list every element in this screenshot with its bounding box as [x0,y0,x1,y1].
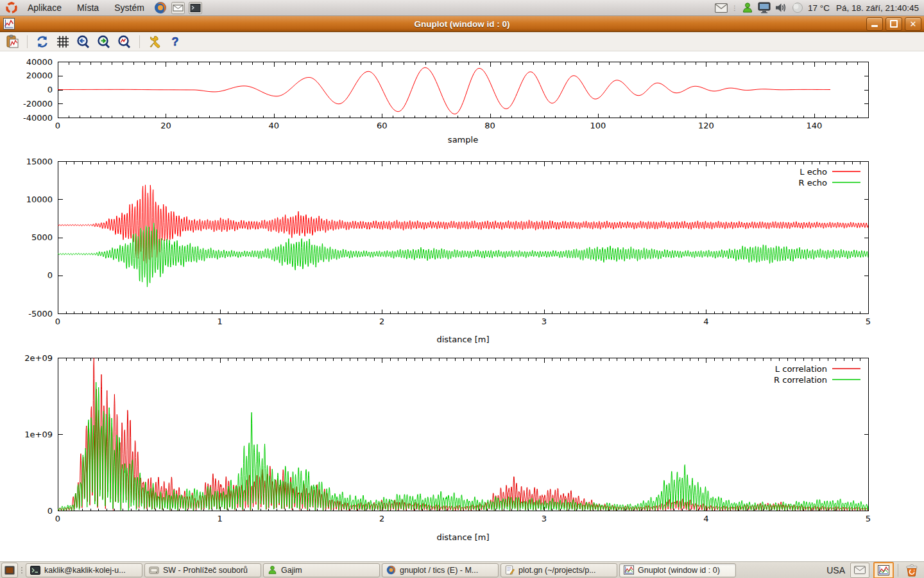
mail-launcher-icon[interactable] [171,1,185,15]
svg-text:40: 40 [269,121,280,130]
svg-text:0: 0 [55,121,60,130]
grid-icon[interactable] [55,33,71,50]
svg-text:0: 0 [47,270,53,280]
taskbar-button-label: plot.gn (~/projects/p... [518,566,596,575]
svg-text:40000: 40000 [26,57,53,67]
svg-text:140: 140 [806,121,822,130]
svg-text:120: 120 [698,121,714,130]
taskbar-button[interactable]: gnuplot / tics (E) - M... [382,563,499,577]
taskbar-button[interactable]: Gajim [263,563,380,577]
taskbar-button-label: SW - Prohlížeč souborů [163,566,248,575]
display-settings-icon[interactable] [758,1,771,14]
firefox-launcher-icon[interactable] [154,1,167,15]
svg-text:L echo: L echo [800,167,827,177]
zoom-next-icon[interactable] [96,33,112,50]
chart-correlation: 0123452e+091e+090distance [m]L correlati… [0,350,924,561]
menu-system[interactable]: Systém [108,1,151,15]
gnuplot-window-icon [3,18,15,30]
chart-echo-signals: 012345150001000050000-5000distance [m]L … [0,157,924,350]
copy-plot-icon[interactable] [4,33,21,50]
mail-notify-icon[interactable] [715,1,728,14]
settings-icon[interactable] [146,33,163,50]
menu-applications[interactable]: Aplikace [21,1,68,15]
show-desktop-button[interactable] [1,563,18,578]
svg-text:distance [m]: distance [m] [436,335,489,344]
svg-text:15000: 15000 [26,157,53,166]
taskbar-button[interactable]: Gnuplot (window id : 0) [619,563,736,577]
taskbar-button-label: Gnuplot (window id : 0) [638,566,720,575]
zoom-previous-icon[interactable] [75,33,92,50]
taskbar: kaklik@kaklik-kolej-u...SW - Prohlížeč s… [0,561,924,578]
taskbar-buttons: kaklik@kaklik-kolej-u...SW - Prohlížeč s… [26,563,736,577]
terminal-icon [30,566,40,575]
text-editor-icon [505,565,515,575]
close-button[interactable]: ✕ [905,17,921,31]
svg-text:distance [m]: distance [m] [436,532,489,542]
svg-text:-20000: -20000 [23,99,53,109]
svg-text:3: 3 [542,514,547,523]
keyboard-layout-indicator[interactable]: USA [826,565,846,575]
svg-text:0: 0 [47,85,53,94]
trash-icon[interactable] [902,563,921,578]
minimize-icon [871,25,878,27]
window-controls: ✕ [866,17,924,31]
svg-text:5: 5 [866,317,871,326]
svg-text:4: 4 [703,317,708,326]
svg-text:5: 5 [866,514,871,523]
window-titlebar[interactable]: Gnuplot (window id : 0) ✕ [0,16,924,32]
gnome-top-panel: Aplikace Místa Systém [0,0,924,16]
taskbar-right: USA [826,562,923,578]
svg-text:0: 0 [55,514,60,523]
svg-text:100: 100 [590,121,606,130]
help-icon[interactable]: ? [167,33,184,50]
minimize-button[interactable] [866,17,883,31]
refresh-icon[interactable] [34,33,51,50]
window-title: Gnuplot (window id : 0) [0,19,924,29]
taskbar-drag-handle[interactable] [19,563,24,577]
svg-text:R correlation: R correlation [774,375,827,385]
mail-tray-button[interactable] [850,563,869,578]
taskbar-button-label: kaklik@kaklik-kolej-u... [44,566,126,575]
taskbar-button-label: gnuplot / tics (E) - M... [400,566,478,575]
chart-waveform-sample: 02040608010012014040000200000-20000-4000… [0,51,924,157]
taskbar-button[interactable]: kaklik@kaklik-kolej-u... [26,563,142,577]
file-manager-icon [149,566,159,575]
svg-text:L correlation: L correlation [775,364,827,374]
weather-icon[interactable] [791,1,804,14]
taskbar-separator [898,564,898,577]
taskbar-button[interactable]: SW - Prohlížeč souborů [144,563,261,577]
svg-text:3: 3 [542,317,547,326]
svg-text:10000: 10000 [26,195,53,204]
tray-handle: ⋮ [732,4,737,12]
terminal-launcher-icon[interactable] [189,1,202,15]
panel-tray: ⋮ 17 °C [715,1,924,14]
temperature-label[interactable]: 17 °C [808,3,830,13]
svg-text:2: 2 [379,514,384,523]
zoom-reset-icon[interactable] [116,33,133,50]
taskbar-button[interactable]: plot.gn (~/projects/p... [501,563,617,577]
volume-icon[interactable] [774,1,787,14]
ubuntu-logo-icon[interactable] [4,1,18,15]
svg-text:-5000: -5000 [28,309,53,319]
menu-places[interactable]: Místa [71,1,105,15]
gajim-status-icon[interactable] [741,1,754,14]
toolbar-separator [27,35,28,48]
svg-text:1e+09: 1e+09 [24,430,53,439]
panel-left: Aplikace Místa Systém [0,1,203,15]
svg-text:20000: 20000 [26,71,53,80]
svg-text:0: 0 [55,317,60,326]
gnuplot-tray-button[interactable] [873,562,894,578]
svg-text:1: 1 [217,514,222,523]
svg-text:5000: 5000 [31,232,53,242]
taskbar-button-label: Gajim [281,566,302,575]
clock-label[interactable]: Pá, 18. září, 21:40:45 [834,3,919,13]
plot-canvas: 02040608010012014040000200000-20000-4000… [0,51,924,561]
maximize-button[interactable] [886,17,902,31]
gajim-icon [268,565,277,575]
gnuplot-toolbar: ? [0,32,924,51]
svg-text:2e+09: 2e+09 [24,353,53,363]
svg-text:20: 20 [160,121,171,130]
maximize-icon [890,20,898,28]
svg-text:R echo: R echo [798,178,827,188]
svg-text:60: 60 [377,121,388,130]
